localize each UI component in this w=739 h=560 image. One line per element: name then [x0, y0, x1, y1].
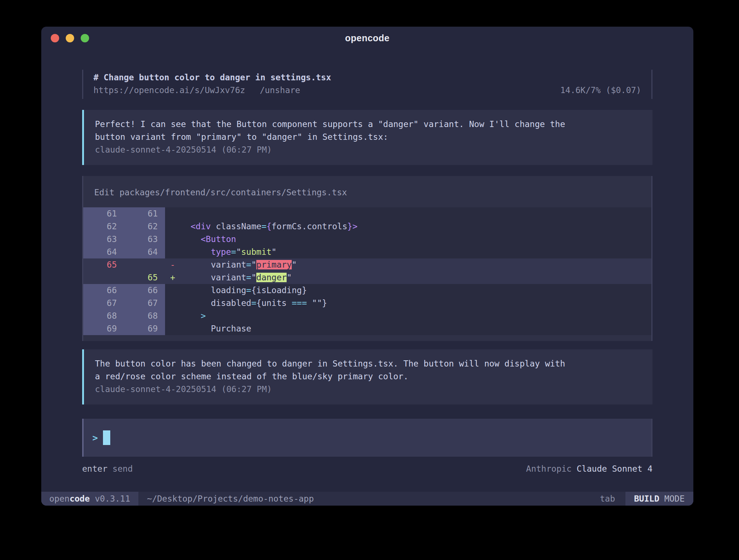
message-line: Perfect! I can see that the Button compo…	[95, 118, 642, 131]
diff-marker: -	[165, 258, 180, 271]
new-line-number: 61	[124, 207, 165, 220]
app-version-segment: opencode v0.3.11	[41, 492, 138, 506]
message-model-timestamp: claude-sonnet-4-20250514 (06:27 PM)	[95, 383, 642, 396]
edit-tool-card: Edit packages/frontend/src/containers/Se…	[82, 176, 652, 341]
old-line-number: 69	[83, 322, 124, 335]
opencode-window: opencode # Change button color to danger…	[41, 27, 693, 506]
old-line-number: 65	[83, 258, 124, 271]
diff-row: 6868 >	[83, 310, 651, 322]
old-line-number: 68	[83, 310, 124, 322]
new-line-number: 67	[124, 297, 165, 310]
code-line: <div className={formCs.controls}>	[180, 220, 651, 233]
tab-key-hint: tab	[600, 494, 615, 503]
new-line-number: 64	[124, 246, 165, 258]
code-line: disabled={units === ""}	[180, 297, 651, 310]
old-line-number: 64	[83, 246, 124, 258]
diff-marker	[165, 297, 180, 310]
token-cost-stats: 14.6K/7% ($0.07)	[560, 84, 641, 97]
diff-row: 6666 loading={isLoading}	[83, 284, 651, 297]
assistant-message: Perfect! I can see that the Button compo…	[82, 110, 652, 165]
main-content: # Change button color to danger in setti…	[41, 49, 693, 492]
diff-marker	[165, 220, 180, 233]
minimize-button[interactable]	[66, 34, 74, 42]
close-button[interactable]	[51, 34, 59, 42]
diff-row: 6464 type="submit"	[83, 246, 651, 258]
new-line-number: 62	[124, 220, 165, 233]
code-line: <Button	[180, 233, 651, 246]
code-line	[180, 207, 651, 220]
diff-row: 65- variant="primary"	[83, 258, 651, 271]
mode-segment[interactable]: BUILD MODE	[625, 492, 694, 506]
new-line-number: 69	[124, 322, 165, 335]
session-header: # Change button color to danger in setti…	[82, 70, 652, 99]
share-url[interactable]: https://opencode.ai/s/UwJxv76z	[93, 84, 245, 97]
message-line: a red/rose color scheme instead of the b…	[95, 370, 642, 383]
diff-marker	[165, 310, 180, 322]
edit-tool-header: Edit packages/frontend/src/containers/Se…	[83, 176, 651, 207]
message-model-timestamp: claude-sonnet-4-20250514 (06:27 PM)	[95, 143, 642, 156]
prompt-symbol: >	[92, 433, 98, 443]
working-directory: ~/Desktop/Projects/demo-notes-app	[147, 494, 314, 503]
assistant-message: The button color has been changed to dan…	[82, 349, 652, 404]
old-line-number: 63	[83, 233, 124, 246]
new-line-number	[124, 258, 165, 271]
old-line-number	[83, 271, 124, 284]
old-line-number: 66	[83, 284, 124, 297]
window-titlebar: opencode	[41, 27, 693, 49]
window-title: opencode	[345, 33, 390, 43]
diff-marker	[165, 284, 180, 297]
hints-row: enter send Anthropic Claude Sonnet 4	[82, 463, 652, 475]
new-line-number: 65	[124, 271, 165, 284]
diff-row: 6969 Purchase	[83, 322, 651, 335]
session-subheader: https://opencode.ai/s/UwJxv76z /unshare …	[93, 84, 641, 97]
new-line-number: 68	[124, 310, 165, 322]
code-line: variant="danger"	[180, 271, 651, 284]
diff-row: 65+ variant="danger"	[83, 271, 651, 284]
diff-row: 6363 <Button	[83, 233, 651, 246]
diff-row: 6262<div className={formCs.controls}>	[83, 220, 651, 233]
diff-row: 6161	[83, 207, 651, 220]
diff-row: 6767 disabled={units === ""}	[83, 297, 651, 310]
traffic-lights	[51, 27, 89, 49]
unshare-command: /unshare	[260, 84, 300, 97]
code-line: Purchase	[180, 322, 651, 335]
status-bar: opencode v0.3.11 ~/Desktop/Projects/demo…	[41, 492, 693, 506]
enter-send-hint: enter send	[82, 463, 133, 475]
code-line: >	[180, 310, 651, 322]
zoom-button[interactable]	[81, 34, 89, 42]
diff-marker	[165, 246, 180, 258]
code-line: variant="primary"	[180, 258, 651, 271]
prompt-input[interactable]: >	[82, 419, 652, 457]
diff-marker	[165, 322, 180, 335]
diff-marker	[165, 233, 180, 246]
code-line: loading={isLoading}	[180, 284, 651, 297]
diff-marker	[165, 207, 180, 220]
text-cursor	[103, 430, 110, 445]
session-title: # Change button color to danger in setti…	[93, 71, 641, 84]
diff-marker: +	[165, 271, 180, 284]
old-line-number: 67	[83, 297, 124, 310]
old-line-number: 61	[83, 207, 124, 220]
code-line: type="submit"	[180, 246, 651, 258]
diff-view: 61616262<div className={formCs.controls}…	[83, 207, 651, 341]
message-line: The button color has been changed to dan…	[95, 357, 642, 370]
old-line-number: 62	[83, 220, 124, 233]
model-indicator: Anthropic Claude Sonnet 4	[526, 463, 652, 475]
message-line: button variant from "primary" to "danger…	[95, 131, 642, 143]
new-line-number: 66	[124, 284, 165, 297]
new-line-number: 63	[124, 233, 165, 246]
